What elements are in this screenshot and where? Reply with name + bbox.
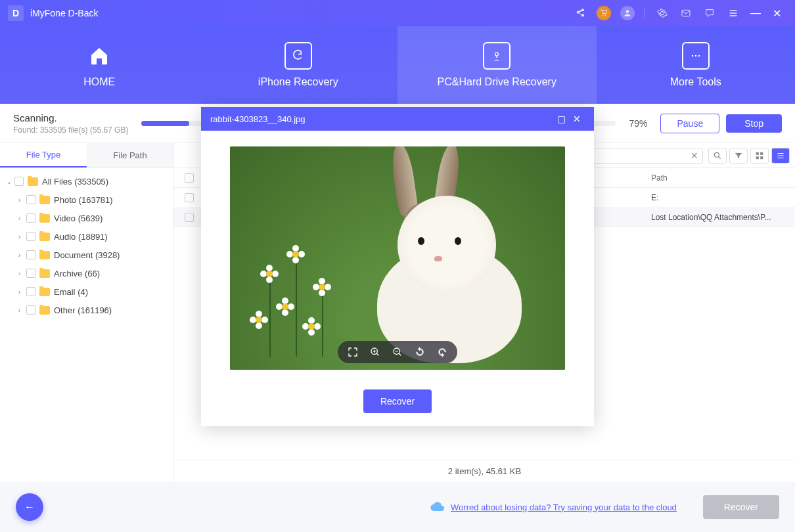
nav-pc-label: PC&Hard Drive Recovery (438, 76, 556, 88)
tab-file-type[interactable]: File Type (0, 143, 87, 167)
checkbox[interactable] (26, 250, 35, 259)
row-checkbox[interactable] (185, 213, 194, 222)
zoom-in-icon[interactable] (369, 346, 381, 358)
cloud-save-link[interactable]: Worred about losing data? Try saving you… (451, 502, 677, 512)
tree-count: (18891) (78, 232, 108, 242)
tree-label: Archive (54, 269, 82, 278)
more-icon (682, 42, 710, 70)
nav-iphone[interactable]: iPhone Recovery (199, 26, 398, 104)
share-icon[interactable] (571, 4, 589, 22)
tree-email[interactable]: ›Email (4) (0, 282, 173, 301)
preview-filename: rabbit-4303823__340.jpg (210, 114, 306, 124)
cart-icon[interactable] (595, 4, 613, 22)
tree-video[interactable]: ›Video (5639) (0, 209, 173, 227)
checkbox[interactable] (14, 177, 24, 186)
chevron-right-icon: › (18, 307, 26, 314)
chevron-right-icon: › (18, 233, 26, 240)
app-title: iMyFone D-Back (30, 8, 98, 18)
nav-more[interactable]: More Tools (597, 26, 796, 104)
cell-path: Lost Location\QQ Attachments\P... (646, 213, 790, 222)
progress-percent: 79% (629, 118, 647, 129)
svg-point-5 (698, 55, 700, 57)
grid-view-icon[interactable] (750, 148, 769, 164)
folder-icon (39, 196, 50, 204)
svg-point-3 (692, 55, 694, 57)
close-icon[interactable]: ✕ (569, 114, 585, 124)
chevron-right-icon: › (18, 270, 26, 277)
bottom-bar: ← Worred about losing data? Try saving y… (0, 482, 795, 532)
recover-button[interactable]: Recover (703, 495, 779, 519)
preview-header[interactable]: rabbit-4303823__340.jpg ▢ ✕ (201, 107, 594, 131)
tab-file-path[interactable]: File Path (87, 143, 173, 167)
svg-rect-10 (760, 156, 763, 159)
sidebar: File Type File Path ⌄All Files (353505) … (0, 143, 174, 482)
preview-controls (338, 341, 457, 363)
tree-label: Other (54, 305, 76, 315)
feedback-icon[interactable] (700, 4, 719, 22)
tree-archive[interactable]: ›Archive (66) (0, 264, 173, 282)
row-checkbox[interactable] (185, 193, 194, 202)
titlebar: D iMyFone D-Back — ✕ (0, 0, 795, 26)
minimize-button[interactable]: — (745, 7, 766, 19)
svg-rect-9 (756, 156, 759, 159)
phone-refresh-icon (284, 42, 312, 70)
nav-more-label: More Tools (670, 76, 721, 88)
stop-button[interactable]: Stop (726, 114, 782, 133)
nav-home[interactable]: HOME (0, 26, 199, 104)
tree-count: (163781) (79, 195, 113, 205)
home-icon (85, 42, 113, 70)
zoom-out-icon[interactable] (392, 346, 403, 358)
preview-recover-button[interactable]: Recover (363, 389, 432, 413)
select-all-checkbox[interactable] (185, 173, 194, 183)
nav-iphone-label: iPhone Recovery (258, 76, 338, 88)
checkbox[interactable] (26, 287, 35, 296)
back-button[interactable]: ← (16, 493, 43, 521)
folder-icon (39, 214, 50, 223)
checkbox[interactable] (26, 232, 35, 241)
tree-document[interactable]: ›Document (3928) (0, 246, 173, 264)
folder-icon (39, 306, 50, 315)
search-icon[interactable] (708, 148, 727, 164)
found-label: Found: 353505 file(s) (55.67 GB) (13, 125, 128, 135)
checkbox[interactable] (26, 195, 35, 204)
nav-home-label: HOME (83, 76, 115, 88)
tree-audio[interactable]: ›Audio (18891) (0, 227, 173, 246)
fullscreen-icon[interactable] (347, 346, 359, 358)
rotate-left-icon[interactable] (414, 346, 426, 358)
filter-icon[interactable] (729, 148, 748, 164)
svg-point-0 (626, 10, 629, 13)
chevron-down-icon: ⌄ (7, 178, 14, 185)
tree-label: Email (54, 287, 76, 297)
avatar-icon[interactable] (618, 4, 637, 22)
gear-icon[interactable] (653, 4, 671, 22)
svg-rect-7 (756, 152, 759, 154)
rotate-right-icon[interactable] (436, 346, 448, 358)
tree-count: (4) (78, 287, 88, 297)
tree-count: (5639) (78, 213, 103, 223)
folder-icon (39, 233, 50, 241)
close-button[interactable]: ✕ (766, 7, 787, 20)
checkbox[interactable] (26, 213, 35, 223)
tree-count: (353505) (74, 177, 108, 187)
tree-other[interactable]: ›Other (161196) (0, 301, 173, 319)
checkbox[interactable] (26, 305, 35, 315)
tree-all-files[interactable]: ⌄All Files (353505) (0, 172, 173, 190)
pause-button[interactable]: Pause (660, 114, 719, 133)
mail-icon[interactable] (677, 4, 695, 22)
preview-image (230, 146, 565, 370)
checkbox[interactable] (26, 269, 35, 278)
folder-icon (39, 288, 50, 296)
chevron-right-icon: › (18, 252, 26, 259)
menu-icon[interactable] (724, 4, 742, 22)
tree-photo[interactable]: ›Photo (163781) (0, 190, 173, 209)
clear-search-icon[interactable]: ✕ (687, 150, 702, 161)
list-view-icon[interactable] (771, 148, 790, 164)
nav-pc[interactable]: PC&Hard Drive Recovery (398, 26, 597, 104)
maximize-icon[interactable]: ▢ (553, 114, 569, 124)
tree-label: All Files (42, 177, 72, 187)
monitor-icon (483, 42, 511, 70)
table-footer: 2 item(s), 45.61 KB (174, 460, 795, 482)
chevron-right-icon: › (18, 288, 26, 296)
column-path[interactable]: Path (646, 173, 790, 183)
chevron-right-icon: › (18, 215, 26, 222)
